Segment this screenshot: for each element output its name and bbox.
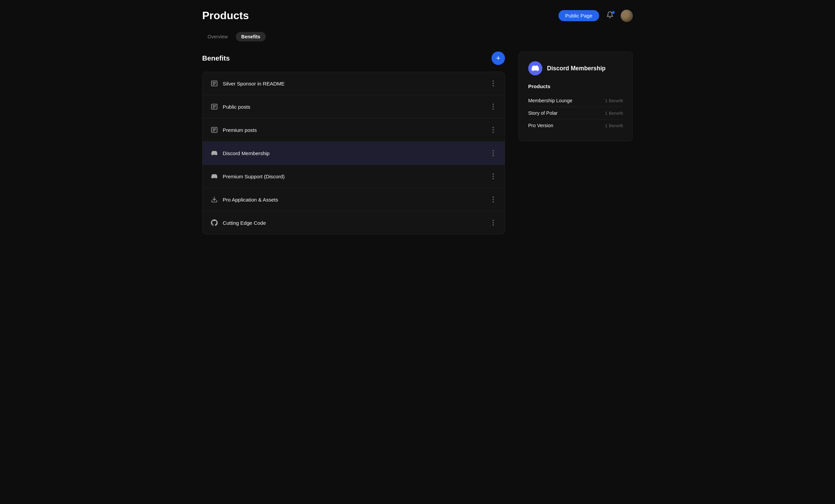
detail-benefit-name: Discord Membership bbox=[547, 65, 606, 72]
header: Products Public Page bbox=[202, 0, 633, 28]
tabs-bar: Overview Benefits bbox=[202, 28, 633, 52]
benefit-item-cutting-edge-code[interactable]: Cutting Edge Code bbox=[203, 211, 505, 234]
benefit-name: Silver Sponsor in README bbox=[223, 81, 285, 86]
add-benefit-button[interactable]: + bbox=[491, 52, 505, 65]
avatar-image bbox=[621, 10, 633, 22]
left-panel: Benefits + bbox=[202, 52, 505, 235]
benefit-menu-button[interactable] bbox=[490, 102, 496, 112]
benefits-title: Benefits bbox=[202, 54, 230, 62]
product-name: Story of Polar bbox=[528, 110, 557, 116]
detail-discord-icon bbox=[528, 61, 542, 75]
detail-panel: Discord Membership Products Membership L… bbox=[518, 52, 633, 141]
detail-section-title: Products bbox=[528, 83, 623, 89]
tab-overview[interactable]: Overview bbox=[202, 32, 233, 41]
three-dots-icon bbox=[492, 103, 494, 110]
benefit-menu-button[interactable] bbox=[490, 195, 496, 204]
benefit-item-discord-membership[interactable]: Discord Membership bbox=[203, 142, 505, 165]
benefit-name: Discord Membership bbox=[223, 150, 269, 156]
benefit-item-pro-application[interactable]: Pro Application & Assets bbox=[203, 188, 505, 211]
tab-benefits[interactable]: Benefits bbox=[236, 32, 266, 41]
three-dots-icon bbox=[492, 196, 494, 203]
page-title: Products bbox=[202, 9, 249, 22]
three-dots-icon bbox=[492, 150, 494, 157]
product-row-pro-version: Pro Version 1 Benefit bbox=[528, 119, 623, 132]
github-icon bbox=[210, 219, 218, 226]
benefit-item-premium-support[interactable]: Premium Support (Discord) bbox=[203, 165, 505, 188]
benefit-name: Pro Application & Assets bbox=[223, 197, 278, 203]
benefit-menu-button[interactable] bbox=[490, 218, 496, 227]
download-icon bbox=[210, 196, 218, 203]
product-name: Pro Version bbox=[528, 123, 553, 128]
benefit-item-silver-sponsor[interactable]: Silver Sponsor in README bbox=[203, 72, 505, 95]
benefit-name: Premium Support (Discord) bbox=[223, 174, 285, 179]
benefit-name: Public posts bbox=[223, 104, 250, 110]
product-benefit-count: 1 Benefit bbox=[605, 111, 623, 116]
article-icon bbox=[210, 103, 218, 110]
detail-header: Discord Membership bbox=[528, 61, 623, 75]
readme-icon bbox=[210, 80, 218, 87]
three-dots-icon bbox=[492, 126, 494, 133]
discord-icon bbox=[210, 173, 218, 180]
benefit-name: Cutting Edge Code bbox=[223, 220, 266, 226]
notification-button[interactable] bbox=[604, 10, 616, 22]
main-content: Benefits + bbox=[202, 52, 633, 235]
product-name: Membership Lounge bbox=[528, 98, 572, 103]
avatar[interactable] bbox=[621, 10, 633, 22]
product-benefit-count: 1 Benefit bbox=[605, 98, 623, 103]
three-dots-icon bbox=[492, 219, 494, 226]
benefit-menu-button[interactable] bbox=[490, 172, 496, 181]
public-page-button[interactable]: Public Page bbox=[558, 10, 599, 21]
benefits-list: Silver Sponsor in README bbox=[202, 72, 505, 235]
header-actions: Public Page bbox=[558, 10, 633, 22]
notification-badge bbox=[612, 11, 615, 14]
three-dots-icon bbox=[492, 173, 494, 180]
benefits-header: Benefits + bbox=[202, 52, 505, 65]
product-row-story-of-polar: Story of Polar 1 Benefit bbox=[528, 107, 623, 119]
products-list: Membership Lounge 1 Benefit Story of Pol… bbox=[528, 95, 623, 132]
benefit-menu-button[interactable] bbox=[490, 148, 496, 158]
product-row-membership-lounge: Membership Lounge 1 Benefit bbox=[528, 95, 623, 107]
benefit-menu-button[interactable] bbox=[490, 79, 496, 88]
three-dots-icon bbox=[492, 80, 494, 87]
benefit-item-premium-posts[interactable]: Premium posts bbox=[203, 118, 505, 142]
article-icon bbox=[210, 126, 218, 134]
benefit-item-public-posts[interactable]: Public posts bbox=[203, 95, 505, 118]
benefit-name: Premium posts bbox=[223, 127, 257, 133]
benefit-menu-button[interactable] bbox=[490, 125, 496, 135]
product-benefit-count: 1 Benefit bbox=[605, 123, 623, 128]
discord-icon bbox=[210, 149, 218, 157]
